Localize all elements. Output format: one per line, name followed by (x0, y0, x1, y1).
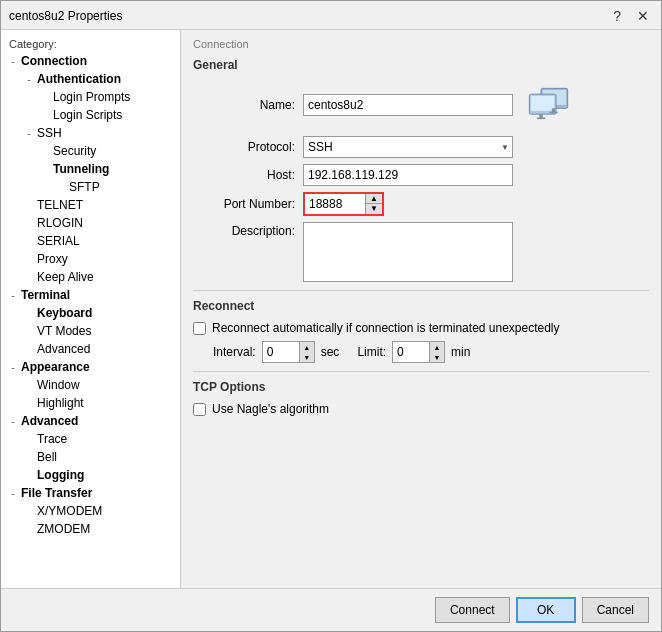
limit-spin-up[interactable]: ▲ (430, 342, 444, 352)
limit-spin-down[interactable]: ▼ (430, 352, 444, 362)
tree-item-keyboard[interactable]: Keyboard (1, 304, 180, 322)
port-row: Port Number: ▲ ▼ (193, 192, 649, 216)
tree-item-keep-alive[interactable]: Keep Alive (1, 268, 180, 286)
interval-input-wrap: ▲ ▼ (262, 341, 315, 363)
svg-rect-3 (531, 96, 554, 111)
tree-item-zmodem[interactable]: ZMODEM (1, 520, 180, 538)
tree-item-authentication[interactable]: -Authentication (1, 70, 180, 88)
tree-item-logging[interactable]: Logging (1, 466, 180, 484)
limit-input-wrap: ▲ ▼ (392, 341, 445, 363)
name-input[interactable] (303, 94, 513, 116)
tree-item-terminal[interactable]: -Terminal (1, 286, 180, 304)
tree-item-login-prompts[interactable]: Login Prompts (1, 88, 180, 106)
limit-label: Limit: (357, 345, 386, 359)
tree-item-window[interactable]: Window (1, 376, 180, 394)
interval-label: Interval: (213, 345, 256, 359)
tree-item-advanced2[interactable]: -Advanced (1, 412, 180, 430)
tree-label-vt-modes: VT Modes (37, 324, 91, 338)
svg-rect-7 (537, 118, 545, 120)
tree-label-sftp: SFTP (69, 180, 100, 194)
interval-spin-down[interactable]: ▼ (300, 352, 314, 362)
tree-label-advanced2: Advanced (21, 414, 78, 428)
tree-item-bell[interactable]: Bell (1, 448, 180, 466)
tree-item-highlight[interactable]: Highlight (1, 394, 180, 412)
tree-item-ssh[interactable]: -SSH (1, 124, 180, 142)
name-row: Name: (193, 80, 649, 130)
reconnect-checkbox-label: Reconnect automatically if connection is… (212, 321, 560, 335)
tree-label-bell: Bell (37, 450, 57, 464)
svg-rect-5 (549, 112, 557, 114)
tree-label-security: Security (53, 144, 96, 158)
reconnect-fields: Interval: ▲ ▼ sec Limit: ▲ (213, 341, 649, 363)
protocol-row: Protocol: SSH TELNET RLOGIN SERIAL (193, 136, 649, 158)
tree-label-login-scripts: Login Scripts (53, 108, 122, 122)
tree-item-connection[interactable]: -Connection (1, 52, 180, 70)
reconnect-checkbox[interactable] (193, 322, 206, 335)
tree-item-advanced[interactable]: Advanced (1, 340, 180, 358)
dialog-footer: Connect OK Cancel (1, 588, 661, 631)
tree-label-advanced: Advanced (37, 342, 90, 356)
dialog-title: centos8u2 Properties (9, 9, 122, 23)
tree-label-login-prompts: Login Prompts (53, 90, 130, 104)
left-panel: Category: -Connection-AuthenticationLogi… (1, 30, 181, 588)
protocol-select[interactable]: SSH TELNET RLOGIN SERIAL (303, 136, 513, 158)
tree-label-file-transfer: File Transfer (21, 486, 92, 500)
port-input-wrapper: ▲ ▼ (303, 192, 384, 216)
port-label: Port Number: (193, 197, 303, 211)
divider-2 (193, 371, 649, 372)
tree-label-rlogin: RLOGIN (37, 216, 83, 230)
help-button[interactable]: ? (609, 7, 625, 25)
host-row: Host: (193, 164, 649, 186)
desc-textarea[interactable] (303, 222, 513, 282)
nagle-checkbox-row: Use Nagle's algorithm (193, 402, 649, 416)
port-spin-up[interactable]: ▲ (366, 194, 382, 204)
interval-spin-up[interactable]: ▲ (300, 342, 314, 352)
host-input[interactable] (303, 164, 513, 186)
nagle-checkbox[interactable] (193, 403, 206, 416)
tree-label-logging: Logging (37, 468, 84, 482)
right-panel: Connection General Name: (181, 30, 661, 588)
tree-item-login-scripts[interactable]: Login Scripts (1, 106, 180, 124)
dialog: centos8u2 Properties ? ✕ Category: -Conn… (0, 0, 662, 632)
tree-label-tunneling: Tunneling (53, 162, 109, 176)
tree-item-tunneling[interactable]: Tunneling (1, 160, 180, 178)
connect-button[interactable]: Connect (435, 597, 510, 623)
tree-item-proxy[interactable]: Proxy (1, 250, 180, 268)
limit-input[interactable] (393, 342, 429, 362)
tree-item-sftp[interactable]: SFTP (1, 178, 180, 196)
desc-row: Description: (193, 222, 649, 282)
tree-container: -Connection-AuthenticationLogin PromptsL… (1, 52, 180, 538)
tree-label-xymodem: X/YMODEM (37, 504, 102, 518)
port-spin-down[interactable]: ▼ (366, 204, 382, 214)
close-button[interactable]: ✕ (633, 7, 653, 25)
tree-item-trace[interactable]: Trace (1, 430, 180, 448)
reconnect-checkbox-row: Reconnect automatically if connection is… (193, 321, 649, 335)
divider-1 (193, 290, 649, 291)
cancel-button[interactable]: Cancel (582, 597, 649, 623)
ok-button[interactable]: OK (516, 597, 576, 623)
section-reconnect-title: Reconnect (193, 299, 649, 313)
limit-spinner: ▲ ▼ (429, 342, 444, 362)
port-input[interactable] (305, 194, 365, 214)
tcp-section: TCP Options Use Nagle's algorithm (193, 380, 649, 416)
interval-input[interactable] (263, 342, 299, 362)
section-general: General (193, 58, 649, 72)
interval-unit: sec (321, 345, 340, 359)
tree-item-vt-modes[interactable]: VT Modes (1, 322, 180, 340)
tree-label-proxy: Proxy (37, 252, 68, 266)
tree-label-serial: SERIAL (37, 234, 80, 248)
tree-label-keyboard: Keyboard (37, 306, 92, 320)
tree-label-highlight: Highlight (37, 396, 84, 410)
tree-label-keep-alive: Keep Alive (37, 270, 94, 284)
tree-item-telnet[interactable]: TELNET (1, 196, 180, 214)
tree-item-serial[interactable]: SERIAL (1, 232, 180, 250)
tree-item-xymodem[interactable]: X/YMODEM (1, 502, 180, 520)
tree-item-file-transfer[interactable]: -File Transfer (1, 484, 180, 502)
tree-item-security[interactable]: Security (1, 142, 180, 160)
tree-label-window: Window (37, 378, 80, 392)
tree-item-appearance[interactable]: -Appearance (1, 358, 180, 376)
tree-item-rlogin[interactable]: RLOGIN (1, 214, 180, 232)
protocol-select-wrapper: SSH TELNET RLOGIN SERIAL (303, 136, 513, 158)
tree-label-terminal: Terminal (21, 288, 70, 302)
dialog-body: Category: -Connection-AuthenticationLogi… (1, 30, 661, 588)
